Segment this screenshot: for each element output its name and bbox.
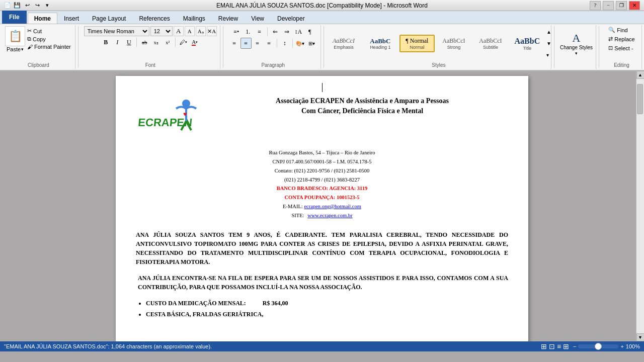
superscript-btn[interactable]: x² [162,37,173,48]
help-btn[interactable]: ? [590,1,601,10]
select-button[interactable]: ⊡ Select - [607,44,635,52]
title-left-controls[interactable]: 📄 💾 ↩ ↪ ▾ [4,1,52,10]
grow-font-btn[interactable]: A [174,26,184,36]
sort-btn[interactable]: ↕A [293,26,304,37]
redo-quick-btn[interactable]: ↪ [33,1,42,10]
zoom-out-btn[interactable]: − [573,343,576,349]
align-left-btn[interactable]: ≡ [229,38,240,49]
style-title-label: Title [523,46,532,51]
close-btn[interactable]: ✕ [629,1,640,10]
bold-btn[interactable]: B [100,37,111,48]
subscript-btn[interactable]: x₂ [150,37,162,48]
decrease-indent-btn[interactable]: ⇐ [270,26,281,37]
para-div3 [292,39,293,48]
save-quick-btn[interactable]: 💾 [13,1,22,10]
styles-scroll-up[interactable]: ▲ [546,29,551,35]
font-color-btn[interactable]: A ▾ [189,37,200,48]
scroll-down-btn[interactable]: ▼ [636,333,645,341]
paste-button[interactable]: 📋 Paste ▾ [5,26,25,52]
style-emphasis[interactable]: AaBbCcI Emphasis [326,35,361,51]
word-icon: 📄 [4,2,11,9]
email-address[interactable]: ecrapen.ong@hotmail.com [304,204,361,209]
divider-change-editing [599,26,599,68]
paste-label[interactable]: Paste ▾ [7,46,24,52]
editing-group-label: Editing [602,62,641,68]
tab-review[interactable]: Review [212,13,245,24]
style-strong[interactable]: AaBbCcI Strong [436,35,471,51]
shrink-font-btn[interactable]: A [185,26,195,36]
zoom-in-btn[interactable]: + [620,343,623,349]
font-color-dropdown[interactable]: ▾ [196,40,198,44]
cut-button[interactable]: ✂ Cut [26,27,72,35]
replace-button[interactable]: ⇄ Replace [607,35,635,43]
strikethrough-btn[interactable]: ab [139,37,150,48]
italic-btn[interactable]: I [112,37,123,48]
site-label: SITE: [291,213,304,218]
body-paragraph-2: ANA JÚLIA ENCONTRA-SE NA FILA DE ESPERA … [136,274,508,292]
justify-btn[interactable]: ≡ [264,38,275,49]
scrollbar-right[interactable]: ▲ ▼ [636,71,644,341]
tab-bar: File Home Insert Page Layout References … [0,11,644,24]
font-size-select[interactable]: 12 [150,26,173,36]
tab-home[interactable]: Home [28,13,57,24]
site-url[interactable]: www.ecrapen.com.br [307,213,352,218]
divider-clipboard-font [78,26,78,68]
clear-formatting-btn[interactable]: ✕A [207,26,217,36]
zoom-slider[interactable] [578,344,618,348]
tab-mailings[interactable]: Mailings [177,13,212,24]
align-right-btn[interactable]: ≡ [252,38,263,49]
underline-btn[interactable]: U [123,37,134,48]
copy-icon: ⧉ [27,36,31,42]
styles-scroll-down[interactable]: ▼ [546,41,551,46]
quick-access-toolbar[interactable]: 💾 ↩ ↪ ▾ [13,1,52,10]
align-center-btn[interactable]: ≡ [240,38,252,49]
style-subtitle[interactable]: AaBbCcI Subtitle [473,35,508,51]
format-painter-button[interactable]: 🖌 Format Painter [26,43,72,50]
change-case-btn[interactable]: Aₐ [196,26,206,36]
zoom-bar[interactable]: − + 100% [573,343,640,349]
tab-insert[interactable]: Insert [57,13,86,24]
tab-view[interactable]: View [245,13,271,24]
restore-btn[interactable]: ❐ [616,1,627,10]
numbering-btn[interactable]: 1. [243,26,254,37]
document-page[interactable]: ECRAPEN ♥ Associação ECRAPEN de Assistên… [116,76,528,341]
highlight-dropdown[interactable]: ▾ [185,40,187,44]
change-styles-dropdown[interactable]: ▾ [575,51,578,56]
find-button[interactable]: 🔍 Find [607,26,635,34]
multilevel-btn[interactable]: ≡ [254,26,265,37]
styles-arrows[interactable]: ▲ ▼ ▾ [546,26,551,61]
style-title[interactable]: AaBbC Title [510,34,545,53]
para-group-content: ≡• 1. ≡ ⇐ ⇒ ↕A ¶ ≡ ≡ ≡ ≡ ↕ 🎨 [229,26,317,68]
border-btn[interactable]: ⊞▾ [306,38,317,49]
zoom-thumb[interactable] [595,343,602,350]
window-controls[interactable]: ? − ❐ ✕ [590,1,640,10]
paste-dropdown[interactable]: ▾ [21,47,24,52]
shading-btn[interactable]: 🎨▾ [295,38,306,49]
font-name-select[interactable]: Times New Roman [84,26,149,36]
email-line: E-MAIL: ecrapen.ong@hotmail.com [136,202,508,211]
copy-button[interactable]: ⧉ Copy [26,35,72,43]
styles-more[interactable]: ▾ [546,52,551,58]
change-styles-button[interactable]: A Change Styles ▾ [560,26,593,68]
scroll-track[interactable] [636,79,644,333]
scroll-thumb[interactable] [637,84,643,114]
tab-developer[interactable]: Developer [271,13,311,24]
scroll-up-btn[interactable]: ▲ [636,71,645,79]
text-cursor [322,83,323,92]
bullet-item-2: CESTA BÁSICA, FRALDAS GERIÁTRICA, [146,310,508,319]
para-div2 [277,39,277,48]
minimize-btn[interactable]: − [603,1,614,10]
bullets-btn[interactable]: ≡• [231,26,242,37]
tab-page-layout[interactable]: Page Layout [86,13,132,24]
view-icons[interactable]: ⊞ ⊡ ≡ ⊞ [541,342,569,350]
line-spacing-btn[interactable]: ↕ [279,38,290,49]
undo-quick-btn[interactable]: ↩ [23,1,32,10]
style-heading1[interactable]: AaBbC Heading 1 [363,35,398,52]
tab-file[interactable]: File [2,11,27,24]
increase-indent-btn[interactable]: ⇒ [281,26,292,37]
text-highlight-btn[interactable]: 🖊 ▾ [178,37,189,48]
show-marks-btn[interactable]: ¶ [304,26,315,37]
more-quick-btn[interactable]: ▾ [43,1,52,10]
style-normal[interactable]: ¶ Normal Normal [399,35,435,52]
tab-references[interactable]: References [132,13,176,24]
